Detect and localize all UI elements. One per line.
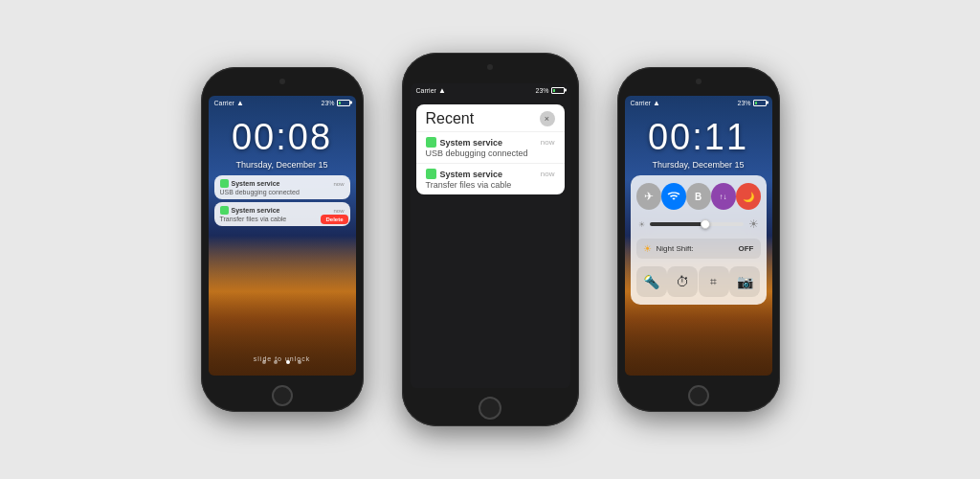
recent-panel[interactable]: Recent × System service now USB debuggin…: [416, 104, 565, 194]
dot-3: [286, 360, 290, 364]
notif-title-2: System service: [220, 206, 280, 215]
recent-time-1: now: [541, 138, 555, 147]
home-button-center[interactable]: [479, 397, 501, 420]
battery-icon-right: [753, 100, 767, 106]
close-icon: ×: [545, 114, 549, 124]
bluetooth-toggle-button[interactable]: B: [686, 183, 711, 210]
lock-clock-right: 00:11: [625, 117, 772, 158]
recent-item-1-body: USB debugging connected: [426, 148, 555, 158]
notif-icon-1: [220, 179, 229, 188]
phone-left: Carrier ▲ 23% 00:08 Thursday, December 1…: [201, 67, 364, 412]
battery-fill: [339, 102, 342, 104]
recent-icon-2: [426, 169, 436, 179]
battery-fill-center: [553, 89, 556, 92]
night-shift-status: OFF: [739, 244, 754, 253]
recent-header: Recent ×: [416, 104, 565, 131]
screen-right: Carrier ▲ 23% 00:11 Thursday, December 1…: [625, 96, 772, 376]
status-bar-center: Carrier ▲ 23%: [411, 83, 570, 97]
camera-button[interactable]: 📷: [729, 266, 760, 297]
dot-2: [274, 360, 278, 364]
status-bar-right: Carrier ▲ 23%: [625, 96, 772, 109]
recent-item-2-title: System service: [426, 169, 503, 179]
status-right-center: 23%: [535, 87, 564, 94]
notif-time-1: now: [333, 181, 344, 187]
recent-title: Recent: [426, 110, 475, 127]
lock-time-left: 00:08 Thursday, December 15: [209, 117, 356, 170]
carrier-text: Carrier: [214, 100, 234, 106]
delete-button[interactable]: Delete: [321, 215, 347, 224]
status-right-right: 23%: [737, 100, 766, 106]
status-right: 23%: [321, 100, 349, 106]
camera-dot-center: [487, 64, 493, 70]
notif-body-1: USB debugging connected: [220, 189, 345, 195]
wifi-icon-center: ▲: [438, 86, 446, 95]
battery-icon-center: [551, 87, 565, 94]
recent-icon-1: [426, 137, 436, 148]
brightness-max-icon: ☀: [748, 217, 759, 231]
wifi-icon-right: ▲: [653, 99, 660, 107]
recent-item-1-title: System service: [426, 137, 503, 148]
night-shift-icon: ☀: [643, 243, 652, 254]
status-left-center: Carrier ▲: [416, 86, 446, 95]
screen-left: Carrier ▲ 23% 00:08 Thursday, December 1…: [209, 96, 356, 376]
phone-right: Carrier ▲ 23% 00:11 Thursday, December 1…: [617, 67, 780, 412]
status-bar-left: Carrier ▲ 23%: [209, 96, 356, 109]
camera-dot-left: [279, 79, 285, 84]
flashlight-button[interactable]: 🔦: [636, 266, 667, 297]
notif-title-1: System service: [220, 179, 280, 188]
lock-date-left: Thursday, December 15: [209, 160, 356, 170]
lock-time-right: 00:11 Thursday, December 15: [625, 117, 772, 170]
recent-close-button[interactable]: ×: [540, 111, 555, 126]
notif-header-2: System service now: [220, 206, 345, 215]
airplane-mode-button[interactable]: ✈: [636, 183, 661, 210]
phone-center: Carrier ▲ 23% Recent ×: [402, 53, 579, 426]
cc-icons-row: ✈ B ↑↓ 🌙: [636, 183, 761, 210]
battery-percent-center: 23%: [535, 87, 548, 94]
brightness-row: ☀ ☀: [636, 217, 761, 231]
battery-fill-right: [755, 102, 758, 104]
dot-1: [262, 360, 266, 364]
battery-percent: 23%: [321, 100, 334, 106]
night-shift-row[interactable]: ☀ Night Shift: OFF: [636, 239, 761, 259]
notif-header-1: System service now: [220, 179, 345, 188]
brightness-min-icon: ☀: [638, 220, 645, 229]
dot-4: [298, 360, 301, 364]
lock-clock-left: 00:08: [209, 117, 356, 158]
home-button-right[interactable]: [688, 385, 709, 406]
night-shift-label: Night Shift:: [657, 244, 734, 253]
brightness-slider[interactable]: [650, 222, 744, 226]
notif-time-2: now: [333, 208, 344, 214]
home-button-left[interactable]: [272, 385, 293, 406]
wifi-icon: ▲: [236, 99, 244, 107]
status-left-right: Carrier ▲: [631, 99, 660, 107]
wifi-toggle-button[interactable]: [661, 183, 686, 210]
recent-time-2: now: [541, 170, 555, 178]
calculator-button[interactable]: ⌗: [699, 266, 729, 297]
status-left: Carrier ▲: [214, 99, 244, 107]
brightness-thumb: [701, 219, 710, 229]
page-dots-left: [209, 351, 356, 368]
carrier-text-center: Carrier: [416, 87, 436, 94]
donotdisturb-button[interactable]: 🌙: [736, 183, 761, 210]
control-center: ✈ B ↑↓ 🌙 ☀ ☀ ☀: [631, 175, 767, 305]
recent-item-2-body: Transfer files via cable: [426, 180, 555, 190]
camera-dot-right: [696, 79, 702, 84]
notif-card-2[interactable]: System service now Transfer files via ca…: [214, 202, 350, 226]
recent-item-1[interactable]: System service now USB debugging connect…: [416, 131, 565, 163]
battery-icon-left: [337, 100, 350, 106]
recent-item-1-header: System service now: [426, 137, 555, 148]
brightness-fill: [650, 222, 706, 226]
screen-center: Carrier ▲ 23% Recent ×: [411, 83, 570, 388]
notif-icon-2: [220, 206, 229, 215]
recent-item-2[interactable]: System service now Transfer files via ca…: [416, 163, 565, 194]
recent-item-2-header: System service now: [426, 169, 555, 179]
notif-card-1[interactable]: System service now USB debugging connect…: [214, 175, 350, 199]
cc-tools-row: 🔦 ⏱ ⌗ 📷: [636, 266, 761, 297]
airdrop-button[interactable]: ↑↓: [711, 183, 736, 210]
timer-button[interactable]: ⏱: [667, 266, 698, 297]
battery-percent-right: 23%: [737, 100, 750, 106]
lock-date-right: Thursday, December 15: [625, 160, 772, 170]
carrier-text-right: Carrier: [631, 100, 651, 106]
